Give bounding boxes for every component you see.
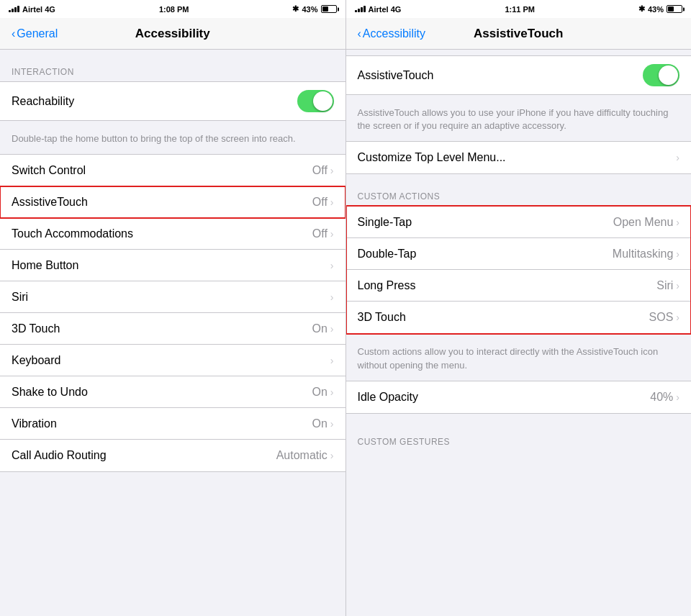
shake-undo-item[interactable]: Shake to Undo On › [0,376,346,408]
3d-touch-right: On › [312,322,333,335]
vibration-item[interactable]: Vibration On › [0,408,346,440]
double-tap-item[interactable]: Double-Tap Multitasking › [346,238,692,270]
battery-icon [667,5,682,13]
touch-accommodations-label: Touch Accommodations [12,227,133,240]
chevron-icon: › [330,386,334,398]
back-label-right: Accessibility [363,27,425,40]
time-label: 1:08 PM [159,5,189,14]
customize-menu-label: Customize Top Level Menu... [358,151,506,164]
time-label: 1:11 PM [505,5,535,14]
right-status-bar: Airtel 4G 1:11 PM ✱ 43% [346,0,692,18]
switch-control-label: Switch Control [12,164,86,177]
toggle-knob [659,65,678,85]
assistive-touch-main-toggle[interactable] [643,64,679,86]
page-title-left: Accessibility [135,27,210,41]
call-audio-item[interactable]: Call Audio Routing Automatic › [0,440,346,471]
call-audio-value: Automatic [276,449,328,462]
left-status-bar: Airtel 4G 1:08 PM ✱ 43% [0,0,346,18]
customize-menu-group: Customize Top Level Menu... › [346,141,692,174]
touch-accommodations-value: Off [312,227,328,240]
chevron-icon: › [676,248,679,260]
3d-touch-value: On [312,322,327,335]
battery-label: 43% [648,5,664,14]
battery-fill [668,6,674,12]
left-status-left: Airtel 4G [9,5,55,14]
reachability-description: Double-tap the home button to bring the … [0,127,346,154]
double-tap-right: Multitasking › [613,248,679,261]
reachability-label: Reachability [12,95,74,108]
back-button-left[interactable]: ‹ General [12,27,58,40]
chevron-icon: › [330,323,334,335]
home-button-item[interactable]: Home Button › [0,250,346,281]
3d-touch-right-label: 3D Touch [358,311,406,324]
reachability-group: Reachability [0,81,346,121]
assistive-touch-toggle-group: AssistiveTouch [346,55,692,95]
chevron-icon: › [330,418,334,430]
chevron-icon: › [330,355,334,366]
chevron-icon: › [330,228,334,240]
accessibility-items-list: Switch Control Off › AssistiveTouch Off … [0,154,346,472]
chevron-icon: › [330,260,334,271]
call-audio-label: Call Audio Routing [12,449,107,462]
single-tap-right: Open Menu › [613,216,679,229]
long-press-value: Siri [656,279,673,292]
3d-touch-right-right: SOS › [649,311,679,324]
chevron-icon: › [330,291,334,303]
call-audio-right: Automatic › [276,449,334,462]
idle-opacity-item[interactable]: Idle Opacity 40% › [346,381,692,413]
keyboard-item[interactable]: Keyboard › [0,345,346,376]
single-tap-label: Single-Tap [358,216,412,229]
right-status-left: Airtel 4G [355,5,402,14]
single-tap-item[interactable]: Single-Tap Open Menu › [346,207,692,238]
touch-accommodations-item[interactable]: Touch Accommodations Off › [0,218,346,250]
customize-menu-item[interactable]: Customize Top Level Menu... › [346,142,692,173]
left-nav-bar: ‹ General Accessibility [0,18,346,50]
custom-actions-header: CUSTOM ACTIONS [346,180,692,206]
carrier-label: Airtel 4G [369,5,402,14]
shake-undo-right: On › [312,386,333,399]
battery-icon [321,5,337,13]
reachability-item[interactable]: Reachability [0,82,346,120]
chevron-left-icon: ‹ [358,27,361,40]
switch-control-right: Off › [312,164,334,177]
vibration-label: Vibration [12,417,57,430]
long-press-item[interactable]: Long Press Siri › [346,270,692,302]
shake-undo-value: On [312,386,327,399]
bluetooth-icon: ✱ [638,4,645,14]
vibration-value: On [312,417,327,430]
chevron-icon: › [330,450,334,461]
touch-accommodations-right: Off › [312,227,334,240]
assistive-touch-label: AssistiveTouch [12,196,88,209]
3d-touch-right-item[interactable]: 3D Touch SOS › [346,302,692,333]
left-status-right: ✱ 43% [292,4,336,14]
double-tap-label: Double-Tap [358,248,417,261]
idle-opacity-value: 40% [650,391,673,404]
chevron-icon: › [676,152,679,163]
siri-item[interactable]: Siri › [0,281,346,313]
idle-opacity-label: Idle Opacity [358,391,418,404]
chevron-icon: › [676,280,679,291]
siri-right: › [330,291,334,303]
toggle-knob [313,91,333,111]
shake-undo-label: Shake to Undo [12,386,88,399]
assistive-touch-item[interactable]: AssistiveTouch Off › [0,186,346,218]
carrier-label: Airtel 4G [22,5,55,14]
home-button-label: Home Button [12,259,78,272]
chevron-left-icon: ‹ [12,27,15,40]
assistive-touch-toggle-item[interactable]: AssistiveTouch [346,56,692,94]
reachability-toggle[interactable] [297,90,334,112]
3d-touch-item[interactable]: 3D Touch On › [0,313,346,345]
long-press-right: Siri › [656,279,679,292]
battery-label: 43% [302,5,317,14]
back-label-left: General [17,27,58,40]
right-content: AssistiveTouch AssistiveTouch allows you… [346,50,692,616]
signal-icon [355,6,366,12]
right-status-right: ✱ 43% [638,4,682,14]
switch-control-item[interactable]: Switch Control Off › [0,155,346,186]
vibration-right: On › [312,417,333,430]
assistive-touch-description: AssistiveTouch allows you to use your iP… [346,101,692,141]
signal-icon [9,6,19,12]
chevron-icon: › [676,391,679,403]
idle-opacity-right: 40% › [650,391,679,404]
back-button-right[interactable]: ‹ Accessibility [358,27,425,40]
